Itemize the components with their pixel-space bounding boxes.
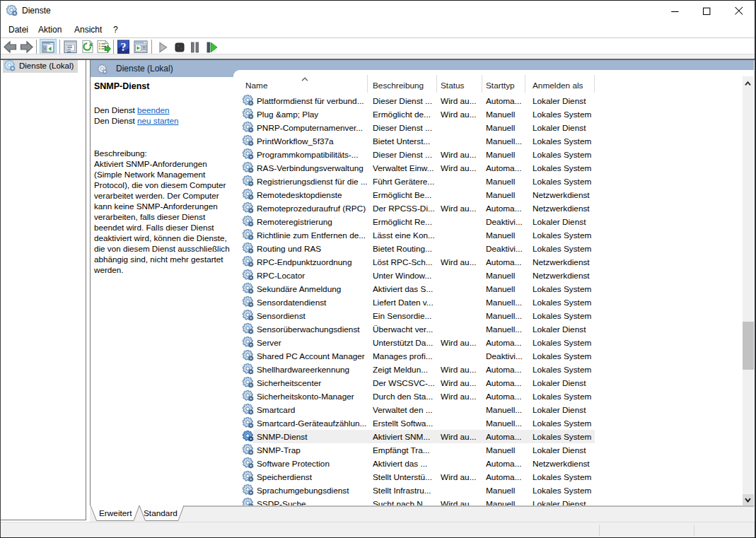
- svg-text:?: ?: [121, 41, 127, 53]
